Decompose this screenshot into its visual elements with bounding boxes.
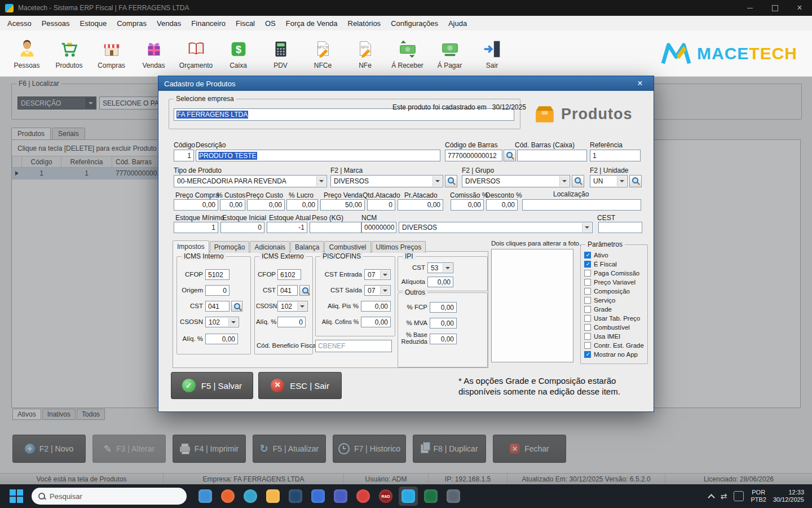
icms-interno-cst-search-icon[interactable]	[231, 301, 242, 312]
toolbar-orcamento[interactable]: Orçamento	[175, 38, 217, 69]
icms-externo-cst-field[interactable]: 041	[277, 285, 298, 296]
ncm-field[interactable]: 00000000	[361, 222, 396, 233]
toolbar-pessoas[interactable]: Pessoas	[6, 38, 48, 69]
param-paga-comissao[interactable]: Paga Comissão	[584, 269, 646, 278]
param-mostrar-no-app[interactable]: Mostrar no App	[584, 350, 646, 359]
menu-item-ajuda[interactable]: Ajuda	[443, 17, 472, 30]
tray-chevron-icon[interactable]	[708, 493, 714, 499]
tab-ultimos-precos[interactable]: Ultimos Preços	[372, 241, 426, 253]
menu-item-forca-de-venda[interactable]: Força de Venda	[281, 17, 343, 30]
localizacao-field[interactable]	[522, 199, 641, 211]
pis-cst-saida-select[interactable]: 07	[364, 285, 391, 296]
menu-item-relatorios[interactable]: Relatórios	[343, 17, 386, 30]
menu-item-compras[interactable]: Compras	[112, 17, 152, 30]
menu-item-fiscal[interactable]: Fiscal	[231, 17, 260, 30]
marca-search-icon[interactable]	[445, 175, 457, 187]
task-view-icon[interactable]	[196, 487, 215, 506]
file-explorer-icon[interactable]	[263, 487, 283, 506]
ncm-descricao-select[interactable]: DIVERSOS	[399, 222, 593, 233]
toolbar-nfce[interactable]: NFCe NFCe	[302, 38, 344, 69]
dialog-titlebar[interactable]: Cadastro de Produtos	[158, 76, 654, 91]
icms-externo-cst-search-icon[interactable]	[299, 285, 310, 296]
cest-field[interactable]	[598, 222, 642, 233]
tipo-produto-select[interactable]: 00-MERCADORIA PARA REVENDA	[174, 175, 327, 187]
browser-orange-icon[interactable]	[218, 487, 237, 506]
minimize-icon[interactable]	[738, 0, 762, 16]
menu-item-vendas[interactable]: Vendas	[152, 17, 186, 30]
close-icon[interactable]	[787, 0, 812, 16]
qtd-atacado-field[interactable]: 0	[367, 199, 395, 211]
toolbar-vendas[interactable]: Vendas	[133, 38, 175, 69]
grupo-select[interactable]: DIVERSOS	[462, 175, 570, 187]
icms-interno-csosn-select[interactable]: 102	[205, 317, 239, 327]
maximize-icon[interactable]	[762, 0, 787, 16]
mva-field[interactable]: 0,00	[430, 318, 457, 329]
peso-field[interactable]	[310, 222, 361, 233]
param-usar-tab-preco[interactable]: Usar Tab. Preço	[584, 314, 646, 323]
estoque-minimo-field[interactable]: 1	[174, 222, 218, 233]
language-indicator[interactable]: POR PTB2	[751, 489, 766, 503]
icms-externo-cfop-field[interactable]: 6102	[277, 269, 301, 280]
preco-compra-field[interactable]: 0,00	[174, 199, 218, 211]
codigo-barras-search-icon[interactable]	[504, 150, 516, 161]
menu-item-os[interactable]: OS	[260, 17, 281, 30]
toolbar-nfe[interactable]: NFe NFe	[344, 38, 386, 69]
estoque-inicial-field[interactable]: 0	[220, 222, 264, 233]
blue-app-icon[interactable]	[308, 487, 328, 506]
unidade-search-icon[interactable]	[629, 175, 642, 187]
fcp-field[interactable]: 0,00	[430, 302, 457, 313]
beneficio-field[interactable]: CBENEF	[315, 340, 392, 352]
icms-interno-aliq-field[interactable]: 0,00	[205, 334, 238, 344]
preco-custo-field[interactable]: 0,00	[247, 199, 285, 211]
base-reduzida-field[interactable]: 0,00	[430, 334, 457, 344]
ipi-aliquota-field[interactable]: 0,00	[427, 277, 453, 287]
dialog-close-icon[interactable]	[632, 76, 648, 91]
menu-item-financeiro[interactable]: Financeiro	[186, 17, 231, 30]
menu-item-configuracoes[interactable]: Configurações	[386, 17, 443, 30]
param-preco-variavel[interactable]: Preço Variavel	[584, 278, 646, 287]
marca-select[interactable]: DIVERSOS	[330, 175, 443, 187]
tray-notification-icon[interactable]	[734, 491, 744, 501]
grupo-search-icon[interactable]	[572, 175, 584, 187]
param-e-fiscal[interactable]: É Fiscal	[584, 260, 646, 269]
preco-venda-field[interactable]: 50,00	[320, 199, 365, 211]
toolbar-caixa[interactable]: $ Caixa	[217, 38, 259, 69]
tab-adicionais[interactable]: Adicionais	[250, 241, 290, 253]
desconto-field[interactable]: 0,00	[486, 199, 518, 211]
menu-item-estoque[interactable]: Estoque	[75, 17, 112, 30]
toolbar-produtos[interactable]: Produtos	[48, 38, 90, 69]
param-servico[interactable]: Serviço	[584, 296, 646, 305]
toolbar-a-pagar[interactable]: Á Pagar	[429, 38, 471, 69]
icms-interno-cst-field[interactable]: 041	[205, 301, 230, 312]
clock[interactable]: 12:33 30/12/2025	[773, 489, 804, 503]
product-photo-box[interactable]	[491, 249, 573, 362]
salvar-button[interactable]: F5 | Salvar	[171, 372, 253, 399]
start-button-icon[interactable]	[9, 489, 24, 503]
teams-app-icon[interactable]	[331, 487, 350, 506]
cleaner-app-icon[interactable]	[286, 487, 305, 506]
menu-item-acesso[interactable]: Acesso	[2, 17, 37, 30]
gray-app-icon[interactable]	[444, 487, 463, 506]
pct-lucro-field[interactable]: 0,00	[286, 199, 318, 211]
param-composicao[interactable]: Composição	[584, 287, 646, 296]
pis-cst-entrada-select[interactable]: 07	[364, 269, 391, 280]
menu-item-pessoas[interactable]: Pessoas	[37, 17, 75, 30]
tab-promocao[interactable]: Promoção	[210, 241, 250, 253]
comissao-field[interactable]: 0,00	[451, 199, 484, 211]
descricao-field[interactable]: PRODUTO TESTE	[196, 150, 440, 161]
param-combustivel[interactable]: Combustível	[584, 323, 646, 332]
toolbar-compras[interactable]: Compras	[90, 38, 133, 69]
cod-barras-caixa-field[interactable]	[517, 150, 587, 161]
icms-interno-origem-field[interactable]: 0	[205, 285, 230, 296]
taskbar-search[interactable]: Pesquisar	[32, 488, 187, 505]
toolbar-a-receber[interactable]: Á Receber	[386, 38, 429, 69]
icms-interno-cfop-field[interactable]: 5102	[205, 269, 230, 280]
tray-sync-icon[interactable]: ⇄	[721, 492, 727, 501]
codigo-barras-field[interactable]: 7770000000012	[445, 150, 502, 161]
tab-impostos[interactable]: Impostos	[173, 240, 209, 253]
toolbar-pdv[interactable]: PDV	[259, 38, 302, 69]
param-ativo[interactable]: Ativo	[584, 251, 646, 260]
macetech-erp-icon[interactable]	[399, 487, 418, 506]
param-grade[interactable]: Grade	[584, 305, 646, 314]
unidade-select[interactable]: UN	[590, 175, 628, 187]
